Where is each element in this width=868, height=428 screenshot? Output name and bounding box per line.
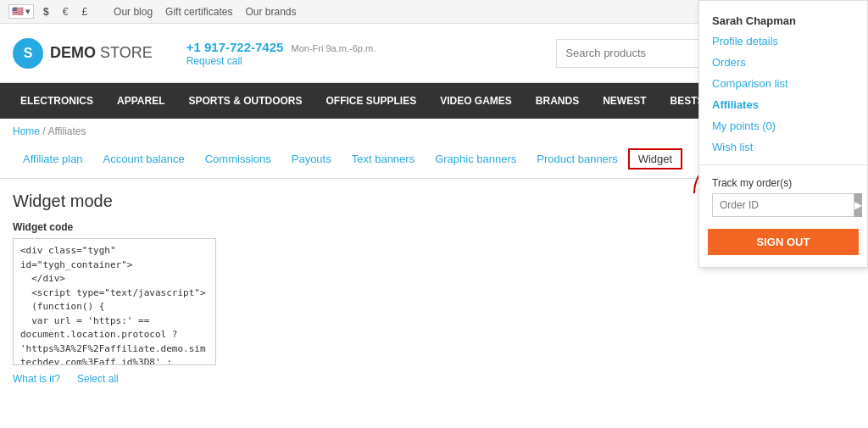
nav-brands[interactable]: BRANDS bbox=[524, 83, 591, 119]
nav-sports[interactable]: SPORTS & OUTDOORS bbox=[176, 83, 314, 119]
currency-gbp[interactable]: £ bbox=[77, 5, 92, 19]
phone-hours: Mon-Fri 9a.m.-6p.m. bbox=[292, 43, 376, 53]
dropdown-my-points[interactable]: My points (0) bbox=[699, 115, 867, 136]
nav-newest[interactable]: NEWEST bbox=[591, 83, 658, 119]
track-order-button[interactable]: ▶ bbox=[854, 193, 862, 217]
dropdown-profile-details[interactable]: Profile details bbox=[699, 31, 867, 52]
dropdown-orders[interactable]: Orders bbox=[699, 52, 867, 73]
tab-product-banners[interactable]: Product banners bbox=[526, 148, 627, 170]
breadcrumb-current: Affiliates bbox=[47, 125, 86, 137]
nav-electronics[interactable]: ELECTRONICS bbox=[8, 83, 105, 119]
what-is-it-link[interactable]: What is it? bbox=[13, 373, 60, 385]
logo-icon: S bbox=[13, 38, 43, 69]
nav-office[interactable]: OFFICE SUPPLIES bbox=[314, 83, 428, 119]
tab-payouts[interactable]: Payouts bbox=[281, 148, 342, 170]
header-phone: +1 917-722-7425 Mon-Fri 9a.m.-6p.m. Requ… bbox=[186, 40, 376, 67]
dropdown-affiliates[interactable]: Affiliates bbox=[699, 94, 867, 115]
tab-commissions[interactable]: Commissions bbox=[195, 148, 281, 170]
track-order-label: Track my order(s) bbox=[712, 177, 854, 189]
gift-certificates-link[interactable]: Gift certificates bbox=[165, 6, 232, 18]
select-all-link[interactable]: Select all bbox=[77, 373, 119, 385]
top-bar-left: 🇺🇸 ▾ $ € £ Our blog Gift certificates Ou… bbox=[8, 4, 296, 19]
order-id-input[interactable] bbox=[712, 193, 854, 217]
nav-apparel[interactable]: APPAREL bbox=[105, 83, 176, 119]
dropdown-divider bbox=[699, 164, 867, 165]
dropdown-arrow-icon: ▾ bbox=[25, 6, 31, 17]
tab-affiliate-plan[interactable]: Affiliate plan bbox=[13, 148, 93, 170]
sign-out-button[interactable]: SIGN OUT bbox=[708, 229, 859, 255]
widget-links: What is it? Select all bbox=[13, 373, 855, 385]
widget-code-textarea[interactable]: <div class="tygh" id="tygh_container"> <… bbox=[13, 238, 216, 365]
tab-account-balance[interactable]: Account balance bbox=[93, 148, 195, 170]
logo-text: DEMO STORE bbox=[50, 44, 153, 62]
account-dropdown: Sarah Chapman Profile details Orders Com… bbox=[698, 0, 868, 268]
request-call-link[interactable]: Request call bbox=[186, 55, 242, 67]
top-bar-links: Our blog Gift certificates Our brands bbox=[114, 6, 296, 18]
tab-graphic-banners[interactable]: Graphic banners bbox=[425, 148, 526, 170]
currency-usd[interactable]: $ bbox=[39, 5, 53, 19]
nav-videogames[interactable]: VIDEO GAMES bbox=[428, 83, 524, 119]
breadcrumb-home[interactable]: Home bbox=[13, 125, 40, 137]
track-order-section: Track my order(s) ▶ bbox=[699, 172, 867, 222]
track-order-row: ▶ bbox=[712, 193, 854, 217]
dropdown-user-name: Sarah Chapman bbox=[699, 9, 867, 31]
tab-widget[interactable]: Widget bbox=[628, 148, 682, 170]
tab-text-banners[interactable]: Text banners bbox=[342, 148, 425, 170]
blog-link[interactable]: Our blog bbox=[114, 6, 153, 18]
brands-link[interactable]: Our brands bbox=[245, 6, 296, 18]
flag-selector[interactable]: 🇺🇸 ▾ bbox=[8, 4, 34, 19]
flag-icon: 🇺🇸 bbox=[12, 6, 24, 17]
dropdown-wish-list[interactable]: Wish list bbox=[699, 136, 867, 158]
currency-eur[interactable]: € bbox=[58, 5, 73, 19]
logo[interactable]: S DEMO STORE bbox=[13, 38, 153, 69]
dropdown-comparison-list[interactable]: Comparison list bbox=[699, 73, 867, 94]
phone-number: +1 917-722-7425 Mon-Fri 9a.m.-6p.m. bbox=[186, 40, 376, 54]
track-arrow-icon: ▶ bbox=[854, 199, 862, 211]
